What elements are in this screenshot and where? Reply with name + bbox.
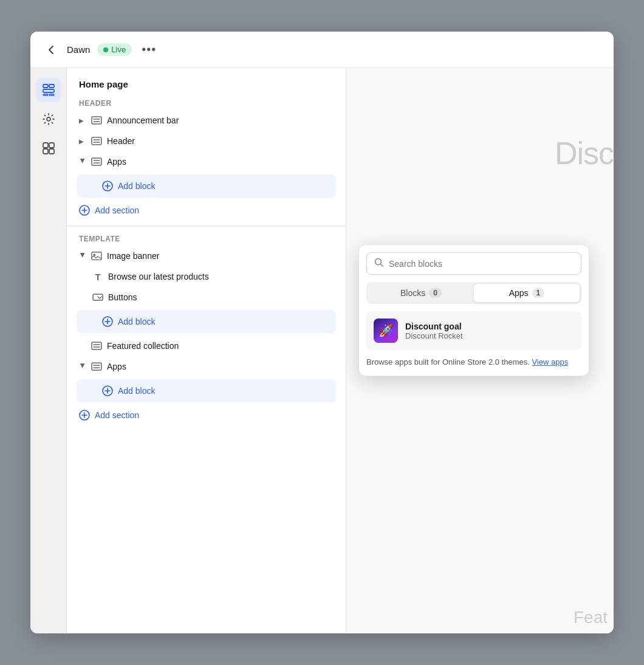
add-block-popup: Blocks 0 Apps 1 🚀 xyxy=(358,244,589,376)
svg-rect-16 xyxy=(92,158,101,165)
svg-rect-34 xyxy=(92,363,101,370)
svg-rect-7 xyxy=(49,143,54,148)
app-result-icon: 🚀 xyxy=(374,319,398,343)
chevron-right-icon: ▶ xyxy=(79,117,86,124)
text-icon: T xyxy=(92,271,103,282)
chevron-right-icon2: ▶ xyxy=(79,138,86,145)
tabs-row: Blocks 0 Apps 1 xyxy=(366,282,581,304)
main-layout: Home page Header ▶ Announcement bar xyxy=(30,68,614,633)
svg-rect-1 xyxy=(49,84,54,88)
store-title: Dawn xyxy=(67,44,90,55)
app-result-name: Discount goal xyxy=(405,322,463,331)
svg-rect-6 xyxy=(43,143,48,148)
tab-blocks-count: 0 xyxy=(429,288,442,298)
svg-rect-2 xyxy=(43,89,54,92)
svg-rect-4 xyxy=(49,94,54,95)
add-block-button-apps-template[interactable]: Add block xyxy=(77,379,336,402)
tab-blocks-label: Blocks xyxy=(400,288,425,298)
browse-products-label: Browse our latest products xyxy=(108,272,209,281)
svg-point-5 xyxy=(47,117,50,121)
tree-item-header[interactable]: ▶ Header xyxy=(67,131,346,151)
svg-point-26 xyxy=(94,253,96,256)
image-banner-icon xyxy=(91,250,102,261)
tree-item-buttons[interactable]: Buttons xyxy=(67,287,346,308)
add-block-label: Add block xyxy=(118,181,155,191)
add-block-label2: Add block xyxy=(118,317,155,326)
live-badge: Live xyxy=(97,43,132,56)
app-result-item[interactable]: 🚀 Discount goal Discount Rocket xyxy=(366,311,581,350)
sidebar-item-layout[interactable] xyxy=(36,78,61,102)
preview-feat-text: Feat xyxy=(574,608,608,627)
app-result-info: Discount goal Discount Rocket xyxy=(405,322,463,340)
header-icon xyxy=(91,136,102,146)
left-panel: Home page Header ▶ Announcement bar xyxy=(67,68,346,633)
svg-rect-31 xyxy=(92,342,101,350)
live-dot xyxy=(103,47,108,52)
discount-rocket-icon: 🚀 xyxy=(374,319,398,343)
topbar: Dawn Live ••• xyxy=(30,32,614,68)
browse-text-content: Browse apps built for Online Store 2.0 t… xyxy=(366,357,530,367)
browse-apps-text: Browse apps built for Online Store 2.0 t… xyxy=(366,356,581,368)
header-section-label: Header xyxy=(67,95,346,110)
announcement-bar-icon xyxy=(91,115,102,126)
featured-collection-label: Featured collection xyxy=(107,341,179,351)
announcement-bar-label: Announcement bar xyxy=(107,115,179,125)
apps-template-label: Apps xyxy=(107,362,126,371)
icon-sidebar xyxy=(30,68,67,633)
sidebar-item-apps[interactable] xyxy=(36,136,61,160)
back-button[interactable] xyxy=(43,41,60,58)
add-block-button-header[interactable]: Add block xyxy=(77,174,336,198)
chevron-down-icon3: ▶ xyxy=(80,363,86,370)
svg-rect-9 xyxy=(49,149,54,154)
preview-panel: Disc Feat xyxy=(346,68,614,633)
search-box[interactable] xyxy=(366,252,581,275)
add-block-button-template[interactable]: Add block xyxy=(77,310,336,333)
svg-line-44 xyxy=(381,264,383,267)
tab-apps[interactable]: Apps 1 xyxy=(474,284,580,302)
tab-blocks[interactable]: Blocks 0 xyxy=(368,284,474,302)
tab-apps-label: Apps xyxy=(509,288,529,298)
add-section-button[interactable]: Add section xyxy=(67,200,346,221)
tree-item-image-banner[interactable]: ▶ Image banner xyxy=(67,246,346,266)
svg-rect-13 xyxy=(92,137,101,145)
search-input[interactable] xyxy=(389,259,574,269)
view-apps-link[interactable]: View apps xyxy=(532,357,568,367)
rocket-emoji: 🚀 xyxy=(379,323,394,338)
tree-item-apps-template[interactable]: ▶ Apps xyxy=(67,356,346,377)
preview-disc-text: Disc xyxy=(555,135,614,171)
svg-rect-25 xyxy=(92,252,101,260)
search-icon xyxy=(374,258,384,269)
svg-rect-8 xyxy=(43,149,48,154)
tree-item-featured-collection[interactable]: ▶ Featured collection xyxy=(67,336,346,356)
header-label: Header xyxy=(107,136,135,146)
chevron-down-icon: ▶ xyxy=(80,158,86,165)
sidebar-item-settings[interactable] xyxy=(36,107,61,131)
tree-item-browse-products[interactable]: T Browse our latest products xyxy=(67,266,346,287)
svg-rect-0 xyxy=(43,84,48,88)
more-menu-button[interactable]: ••• xyxy=(142,43,156,57)
apps-header-icon xyxy=(91,156,102,167)
live-label: Live xyxy=(111,45,126,54)
add-section-label2: Add section xyxy=(95,410,139,420)
add-section-label: Add section xyxy=(95,205,139,215)
divider xyxy=(67,226,346,226)
chevron-down-icon2: ▶ xyxy=(80,252,86,260)
tab-apps-count: 1 xyxy=(532,288,545,298)
apps-template-icon xyxy=(91,361,102,372)
buttons-icon xyxy=(92,292,103,303)
tree-item-apps-header[interactable]: ▶ Apps xyxy=(67,151,346,172)
apps-header-label: Apps xyxy=(107,157,126,167)
add-block-label3: Add block xyxy=(118,386,155,396)
template-section-label: Template xyxy=(67,231,346,246)
buttons-label: Buttons xyxy=(108,292,137,302)
svg-rect-3 xyxy=(43,94,48,95)
page-title: Home page xyxy=(67,68,346,95)
svg-rect-10 xyxy=(92,117,101,124)
image-banner-label: Image banner xyxy=(107,251,159,261)
tree-item-announcement-bar[interactable]: ▶ Announcement bar xyxy=(67,110,346,131)
app-result-subtitle: Discount Rocket xyxy=(405,331,463,340)
featured-collection-icon xyxy=(91,340,102,351)
add-section-button-bottom[interactable]: Add section xyxy=(67,405,346,426)
